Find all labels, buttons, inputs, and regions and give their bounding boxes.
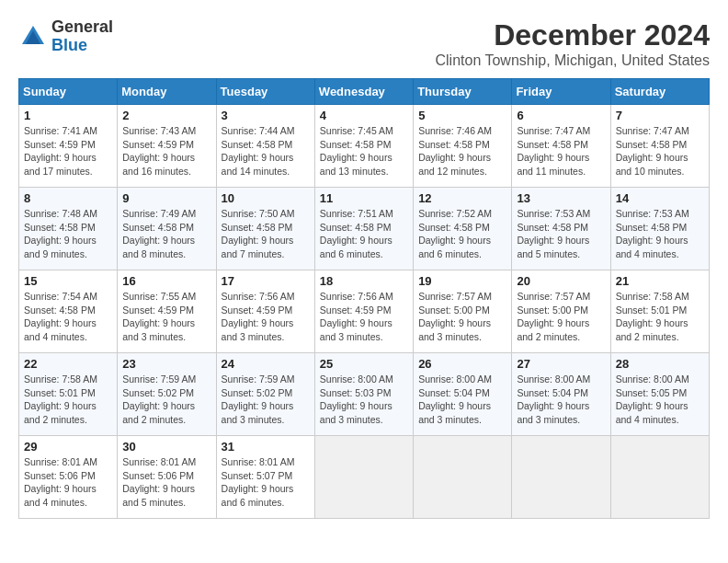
calendar-cell: 27 Sunrise: 8:00 AM Sunset: 5:04 PM Dayl… [512,353,610,436]
calendar-cell: 7 Sunrise: 7:47 AM Sunset: 4:58 PM Dayli… [610,105,709,188]
col-tuesday: Tuesday [216,79,314,105]
calendar-cell: 12 Sunrise: 7:52 AM Sunset: 4:58 PM Dayl… [414,188,512,270]
calendar-cell: 11 Sunrise: 7:51 AM Sunset: 4:58 PM Dayl… [314,188,413,270]
day-number: 26 [418,357,506,371]
day-info: Sunrise: 7:57 AM Sunset: 5:00 PM Dayligh… [517,290,605,344]
location: Clinton Township, Michigan, United State… [435,52,710,69]
day-number: 28 [616,357,704,371]
col-monday: Monday [118,79,216,105]
col-thursday: Thursday [414,79,512,105]
day-info: Sunrise: 7:41 AM Sunset: 4:59 PM Dayligh… [24,124,112,178]
day-number: 13 [517,191,605,205]
day-number: 2 [122,109,210,122]
day-info: Sunrise: 7:51 AM Sunset: 4:58 PM Dayligh… [320,207,408,261]
day-number: 3 [222,109,310,122]
day-number: 25 [320,357,408,371]
calendar-cell: 2 Sunrise: 7:43 AM Sunset: 4:59 PM Dayli… [118,105,216,188]
calendar-cell: 8 Sunrise: 7:48 AM Sunset: 4:58 PM Dayli… [19,188,118,270]
day-info: Sunrise: 7:47 AM Sunset: 4:58 PM Dayligh… [616,124,704,178]
day-info: Sunrise: 7:56 AM Sunset: 4:59 PM Dayligh… [320,290,408,344]
day-info: Sunrise: 8:01 AM Sunset: 5:06 PM Dayligh… [24,455,112,510]
col-sunday: Sunday [19,79,118,105]
calendar-cell: 26 Sunrise: 8:00 AM Sunset: 5:04 PM Dayl… [414,353,512,436]
day-number: 21 [616,274,704,288]
day-info: Sunrise: 7:45 AM Sunset: 4:58 PM Dayligh… [320,124,408,178]
calendar-cell [414,436,512,519]
calendar-cell: 23 Sunrise: 7:59 AM Sunset: 5:02 PM Dayl… [118,353,216,436]
day-info: Sunrise: 7:43 AM Sunset: 4:59 PM Dayligh… [122,124,210,178]
calendar-cell: 20 Sunrise: 7:57 AM Sunset: 5:00 PM Dayl… [512,270,610,353]
day-info: Sunrise: 7:52 AM Sunset: 4:58 PM Dayligh… [418,207,506,261]
day-number: 16 [122,274,210,288]
calendar-cell: 9 Sunrise: 7:49 AM Sunset: 4:58 PM Dayli… [118,188,216,270]
logo: General Blue [18,18,113,55]
calendar-cell: 13 Sunrise: 7:53 AM Sunset: 4:58 PM Dayl… [512,188,610,270]
day-info: Sunrise: 7:57 AM Sunset: 5:00 PM Dayligh… [418,290,506,344]
calendar-cell: 17 Sunrise: 7:56 AM Sunset: 4:59 PM Dayl… [216,270,314,353]
calendar-cell: 16 Sunrise: 7:55 AM Sunset: 4:59 PM Dayl… [118,270,216,353]
calendar-week-row: 1 Sunrise: 7:41 AM Sunset: 4:59 PM Dayli… [19,105,710,188]
calendar-cell: 18 Sunrise: 7:56 AM Sunset: 4:59 PM Dayl… [314,270,413,353]
day-info: Sunrise: 7:54 AM Sunset: 4:58 PM Dayligh… [24,290,112,344]
day-info: Sunrise: 7:58 AM Sunset: 5:01 PM Dayligh… [616,290,704,344]
day-info: Sunrise: 7:46 AM Sunset: 4:58 PM Dayligh… [418,124,506,178]
day-number: 11 [320,191,408,205]
calendar-cell [512,436,610,519]
calendar-cell: 15 Sunrise: 7:54 AM Sunset: 4:58 PM Dayl… [19,270,118,353]
day-number: 5 [418,109,506,122]
calendar-cell [314,436,413,519]
calendar-cell: 22 Sunrise: 7:58 AM Sunset: 5:01 PM Dayl… [19,353,118,436]
calendar-cell: 21 Sunrise: 7:58 AM Sunset: 5:01 PM Dayl… [610,270,709,353]
calendar-cell: 10 Sunrise: 7:50 AM Sunset: 4:58 PM Dayl… [216,188,314,270]
calendar-cell: 25 Sunrise: 8:00 AM Sunset: 5:03 PM Dayl… [314,353,413,436]
day-number: 6 [517,109,605,122]
day-info: Sunrise: 8:00 AM Sunset: 5:04 PM Dayligh… [517,373,605,427]
day-number: 23 [122,357,210,371]
calendar-cell: 28 Sunrise: 8:00 AM Sunset: 5:05 PM Dayl… [610,353,709,436]
day-info: Sunrise: 7:53 AM Sunset: 4:58 PM Dayligh… [616,207,704,261]
day-info: Sunrise: 8:00 AM Sunset: 5:04 PM Dayligh… [418,373,506,427]
calendar-cell: 24 Sunrise: 7:59 AM Sunset: 5:02 PM Dayl… [216,353,314,436]
col-friday: Friday [512,79,610,105]
calendar-cell: 29 Sunrise: 8:01 AM Sunset: 5:06 PM Dayl… [19,436,118,519]
day-number: 31 [222,440,310,454]
day-number: 15 [24,274,112,288]
calendar-cell: 1 Sunrise: 7:41 AM Sunset: 4:59 PM Dayli… [19,105,118,188]
calendar-cell: 3 Sunrise: 7:44 AM Sunset: 4:58 PM Dayli… [216,105,314,188]
day-info: Sunrise: 7:44 AM Sunset: 4:58 PM Dayligh… [222,124,310,178]
day-number: 4 [320,109,408,122]
calendar-cell [610,436,709,519]
title-area: December 2024 Clinton Township, Michigan… [435,18,710,69]
calendar-cell: 5 Sunrise: 7:46 AM Sunset: 4:58 PM Dayli… [414,105,512,188]
calendar-cell: 31 Sunrise: 8:01 AM Sunset: 5:07 PM Dayl… [216,436,314,519]
day-info: Sunrise: 7:58 AM Sunset: 5:01 PM Dayligh… [24,373,112,427]
day-number: 1 [24,109,112,122]
logo-text: General Blue [51,18,113,55]
day-number: 10 [222,191,310,205]
day-number: 30 [122,440,210,454]
day-number: 8 [24,191,112,205]
day-number: 12 [418,191,506,205]
calendar-header-row: Sunday Monday Tuesday Wednesday Thursday… [19,79,710,105]
day-info: Sunrise: 7:48 AM Sunset: 4:58 PM Dayligh… [24,207,112,261]
day-number: 9 [122,191,210,205]
calendar-cell: 19 Sunrise: 7:57 AM Sunset: 5:00 PM Dayl… [414,270,512,353]
day-info: Sunrise: 8:00 AM Sunset: 5:05 PM Dayligh… [616,373,704,427]
calendar-cell: 4 Sunrise: 7:45 AM Sunset: 4:58 PM Dayli… [314,105,413,188]
day-number: 7 [616,109,704,122]
day-number: 27 [517,357,605,371]
day-number: 17 [222,274,310,288]
calendar-cell: 6 Sunrise: 7:47 AM Sunset: 4:58 PM Dayli… [512,105,610,188]
day-info: Sunrise: 7:50 AM Sunset: 4:58 PM Dayligh… [222,207,310,261]
col-wednesday: Wednesday [314,79,413,105]
day-info: Sunrise: 7:49 AM Sunset: 4:58 PM Dayligh… [122,207,210,261]
day-info: Sunrise: 7:53 AM Sunset: 4:58 PM Dayligh… [517,207,605,261]
calendar-week-row: 8 Sunrise: 7:48 AM Sunset: 4:58 PM Dayli… [19,188,710,270]
calendar-table: Sunday Monday Tuesday Wednesday Thursday… [18,78,710,519]
calendar-cell: 30 Sunrise: 8:01 AM Sunset: 5:06 PM Dayl… [118,436,216,519]
day-info: Sunrise: 8:00 AM Sunset: 5:03 PM Dayligh… [320,373,408,427]
logo-icon [18,22,48,52]
day-number: 29 [24,440,112,454]
day-info: Sunrise: 7:56 AM Sunset: 4:59 PM Dayligh… [222,290,310,344]
calendar-week-row: 29 Sunrise: 8:01 AM Sunset: 5:06 PM Dayl… [19,436,710,519]
